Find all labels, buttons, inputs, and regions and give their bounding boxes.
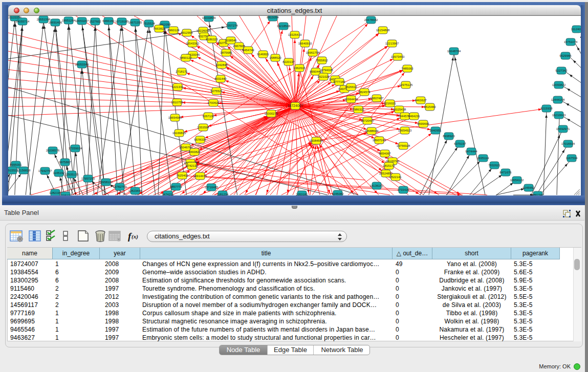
svg-text:16648784: 16648784: [447, 50, 461, 53]
svg-text:12213967: 12213967: [385, 42, 399, 45]
svg-text:1810755: 1810755: [171, 101, 183, 104]
svg-text:20478682: 20478682: [364, 18, 378, 21]
svg-text:9529966: 9529966: [559, 54, 572, 57]
svg-text:8031440: 8031440: [214, 77, 227, 80]
svg-text:2742133: 2742133: [186, 164, 198, 167]
svg-text:9654067: 9654067: [379, 152, 391, 155]
svg-text:3267130: 3267130: [202, 115, 214, 118]
svg-text:2718171: 2718171: [176, 70, 188, 73]
svg-text:6379197: 6379197: [454, 142, 466, 145]
svg-text:1700624: 1700624: [207, 101, 220, 104]
svg-text:4464231: 4464231: [408, 115, 420, 118]
svg-text:10688609: 10688609: [365, 129, 379, 133]
svg-text:6466160: 6466160: [102, 19, 115, 23]
svg-text:7955812: 7955812: [316, 59, 328, 62]
svg-text:9463627: 9463627: [415, 99, 427, 102]
svg-text:17359934: 17359934: [69, 147, 82, 150]
svg-text:16154808: 16154808: [376, 29, 390, 32]
svg-text:7632621: 7632621: [488, 164, 500, 167]
svg-text:20691406: 20691406: [49, 21, 62, 24]
svg-text:10654122: 10654122: [510, 179, 524, 182]
svg-text:12505135: 12505135: [65, 173, 79, 176]
svg-text:1353594: 1353594: [197, 126, 209, 129]
svg-text:8912954: 8912954: [181, 31, 193, 34]
svg-text:8938923: 8938923: [443, 135, 455, 138]
svg-text:15751074: 15751074: [564, 40, 578, 43]
svg-text:9275521: 9275521: [210, 90, 223, 93]
svg-text:15720407: 15720407: [361, 119, 375, 122]
svg-text:16961758: 16961758: [306, 51, 320, 54]
svg-text:8220137: 8220137: [282, 60, 295, 63]
svg-text:1181234: 1181234: [217, 193, 229, 195]
svg-text:8471676: 8471676: [499, 171, 512, 174]
svg-text:7485063: 7485063: [401, 67, 413, 70]
svg-text:9146821: 9146821: [257, 53, 269, 56]
svg-text:1221331: 1221331: [171, 85, 184, 89]
svg-text:9975867: 9975867: [59, 161, 71, 164]
svg-text:10025438: 10025438: [393, 108, 406, 111]
svg-text:28053346: 28053346: [75, 63, 89, 66]
svg-text:2935114: 2935114: [477, 157, 490, 160]
svg-text:8990443: 8990443: [310, 70, 322, 73]
svg-text:9315122: 9315122: [59, 194, 72, 195]
svg-text:9227342: 9227342: [555, 69, 568, 72]
svg-text:5578334: 5578334: [194, 138, 206, 141]
svg-text:12093822: 12093822: [552, 83, 566, 86]
svg-text:3824574: 3824574: [358, 91, 371, 94]
svg-text:12975125: 12975125: [399, 83, 413, 86]
svg-text:9890122: 9890122: [180, 56, 192, 59]
svg-text:17016504: 17016504: [561, 142, 575, 145]
svg-text:(x): (x): [132, 233, 138, 240]
svg-text:20364436: 20364436: [344, 98, 358, 101]
svg-text:1733426: 1733426: [397, 188, 409, 191]
svg-text:18724007: 18724007: [287, 104, 303, 107]
svg-text:10653267: 10653267: [75, 19, 89, 23]
svg-text:2522141: 2522141: [389, 176, 402, 179]
svg-text:3875685: 3875685: [220, 51, 232, 54]
svg-text:19756928: 19756928: [397, 144, 410, 147]
svg-text:12823448: 12823448: [128, 189, 142, 192]
svg-text:7663822: 7663822: [153, 27, 165, 30]
svg-text:9474211: 9474211: [162, 193, 175, 195]
svg-text:1621025: 1621025: [317, 75, 330, 78]
svg-text:9245652: 9245652: [522, 186, 535, 189]
svg-text:9474444: 9474444: [465, 150, 477, 153]
svg-text:19166825: 19166825: [172, 132, 186, 135]
svg-text:20206576: 20206576: [46, 149, 60, 152]
svg-text:1640951: 1640951: [429, 129, 442, 132]
svg-text:19951264: 19951264: [62, 19, 76, 22]
svg-text:8186323: 8186323: [206, 38, 218, 41]
svg-text:17942757: 17942757: [38, 169, 52, 172]
svg-text:19384554: 19384554: [310, 139, 323, 142]
svg-text:7515524: 7515524: [143, 22, 155, 25]
svg-text:16210643: 16210643: [552, 114, 566, 117]
svg-text:12444158: 12444158: [551, 98, 565, 101]
svg-text:1145192: 1145192: [53, 171, 66, 174]
svg-text:7357274: 7357274: [226, 24, 238, 27]
svg-text:16914479: 16914479: [193, 174, 207, 178]
svg-text:9794028: 9794028: [321, 69, 333, 72]
svg-text:1527602: 1527602: [89, 20, 101, 23]
svg-text:12156828: 12156828: [17, 169, 31, 172]
svg-text:13325419: 13325419: [288, 33, 302, 36]
svg-text:8454749: 8454749: [242, 49, 254, 52]
svg-text:9862341: 9862341: [532, 193, 544, 195]
svg-text:8215938: 8215938: [540, 107, 553, 110]
svg-text:9245082: 9245082: [332, 192, 344, 195]
svg-text:1588520: 1588520: [269, 56, 281, 59]
svg-text:14055714: 14055714: [16, 20, 30, 23]
svg-text:17957255: 17957255: [81, 177, 95, 180]
svg-text:18907249: 18907249: [373, 139, 386, 142]
svg-text:4626612: 4626612: [345, 85, 357, 89]
svg-text:13716485: 13716485: [205, 186, 219, 189]
svg-text:19654985: 19654985: [168, 116, 182, 119]
svg-text:7986322: 7986322: [352, 108, 364, 111]
svg-text:13226058: 13226058: [197, 29, 210, 32]
svg-text:8995001: 8995001: [10, 163, 22, 166]
svg-text:2967608: 2967608: [233, 45, 245, 48]
svg-text:1167534: 1167534: [566, 157, 578, 160]
svg-text:10719185: 10719185: [115, 20, 129, 23]
svg-text:2053181: 2053181: [296, 193, 308, 195]
svg-text:7625402: 7625402: [176, 174, 188, 177]
svg-text:19218506: 19218506: [277, 25, 291, 28]
